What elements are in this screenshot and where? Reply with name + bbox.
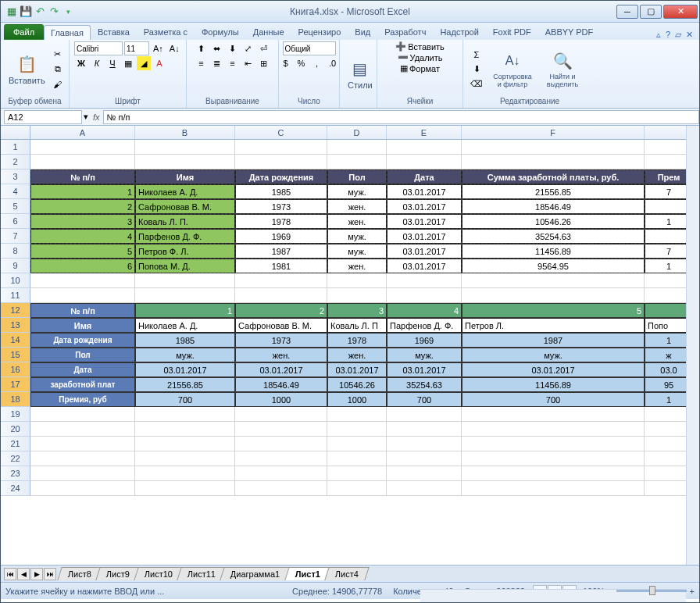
dec-inc-icon[interactable]: .0 bbox=[326, 56, 340, 70]
sheet-tab[interactable]: Лист1 bbox=[284, 567, 331, 580]
cell[interactable] bbox=[135, 466, 235, 481]
italic-button[interactable]: К bbox=[90, 56, 104, 70]
cell[interactable] bbox=[387, 437, 462, 451]
cell[interactable]: Дата bbox=[30, 362, 135, 377]
currency-icon[interactable]: $ bbox=[279, 56, 293, 70]
row-header[interactable]: 2 bbox=[1, 155, 30, 169]
cell[interactable] bbox=[462, 155, 645, 169]
cell[interactable] bbox=[462, 422, 645, 437]
cell[interactable]: 5 bbox=[30, 244, 135, 259]
maximize-button[interactable]: ▢ bbox=[640, 5, 662, 19]
cell[interactable] bbox=[135, 481, 235, 496]
cell[interactable] bbox=[327, 288, 387, 303]
font-name-box[interactable]: Calibri bbox=[74, 41, 123, 55]
cell[interactable] bbox=[235, 466, 327, 481]
row-header[interactable]: 7 bbox=[1, 229, 30, 244]
cell[interactable]: Пол bbox=[327, 169, 387, 184]
cell[interactable]: 6 bbox=[30, 259, 135, 273]
cell[interactable]: Сафроновав В. М. bbox=[135, 199, 235, 214]
row-header[interactable]: 23 bbox=[1, 466, 30, 481]
cell[interactable]: Имя bbox=[30, 318, 135, 333]
cell[interactable] bbox=[235, 422, 327, 437]
close-button[interactable]: ✕ bbox=[663, 5, 698, 19]
save-icon[interactable]: 💾 bbox=[20, 5, 32, 18]
column-header[interactable]: B bbox=[135, 126, 235, 139]
row-header[interactable]: 11 bbox=[1, 288, 30, 303]
cell[interactable]: Сафроновав В. М. bbox=[235, 318, 327, 333]
cell[interactable] bbox=[387, 155, 462, 169]
tab-foxit[interactable]: Foxit PDF bbox=[486, 24, 538, 40]
cell[interactable] bbox=[235, 407, 327, 422]
cell[interactable]: 1985 bbox=[235, 184, 327, 199]
cell[interactable]: жен. bbox=[327, 214, 387, 229]
cell[interactable]: муж. bbox=[327, 244, 387, 259]
cell[interactable] bbox=[235, 451, 327, 466]
fill-color-icon[interactable]: ◢ bbox=[137, 56, 151, 70]
cell[interactable]: жен. bbox=[235, 348, 327, 362]
minimize-ribbon-icon[interactable]: ▵ bbox=[656, 30, 661, 40]
cell[interactable]: 10546.26 bbox=[327, 377, 387, 392]
redo-icon[interactable]: ↷ bbox=[48, 5, 60, 18]
cell[interactable]: 3 bbox=[327, 303, 387, 318]
cell[interactable]: Пол bbox=[30, 348, 135, 362]
cell[interactable]: 1969 bbox=[387, 333, 462, 348]
cell[interactable] bbox=[327, 451, 387, 466]
font-color-icon[interactable]: A bbox=[152, 56, 166, 70]
cell[interactable]: 700 bbox=[387, 392, 462, 407]
window-close-icon[interactable]: ✕ bbox=[686, 30, 693, 40]
row-header[interactable]: 22 bbox=[1, 451, 30, 466]
row-header[interactable]: 9 bbox=[1, 259, 30, 273]
cell[interactable]: 1973 bbox=[235, 333, 327, 348]
cell[interactable]: Парфенов Д. Ф. bbox=[135, 229, 235, 244]
cell[interactable] bbox=[387, 273, 462, 288]
cell[interactable]: Премия, руб bbox=[30, 392, 135, 407]
fill-icon[interactable]: ⬇ bbox=[468, 62, 485, 77]
comma-icon[interactable]: , bbox=[310, 56, 324, 70]
cell[interactable]: 1969 bbox=[235, 229, 327, 244]
cell[interactable]: 2 bbox=[30, 199, 135, 214]
cell[interactable]: 03.01.2017 bbox=[387, 362, 462, 377]
cell[interactable] bbox=[462, 140, 645, 155]
cell[interactable]: 1 bbox=[135, 303, 235, 318]
cell[interactable]: 35254.63 bbox=[462, 229, 645, 244]
cell[interactable]: муж. bbox=[135, 348, 235, 362]
bold-button[interactable]: Ж bbox=[74, 56, 88, 70]
percent-icon[interactable]: % bbox=[295, 56, 309, 70]
cell[interactable]: 03.01.2017 bbox=[387, 214, 462, 229]
cell[interactable]: 10546.26 bbox=[462, 214, 645, 229]
cell[interactable] bbox=[387, 466, 462, 481]
cell[interactable] bbox=[327, 422, 387, 437]
cell[interactable]: 21556.85 bbox=[462, 184, 645, 199]
cell[interactable]: муж. bbox=[327, 184, 387, 199]
column-header[interactable]: D bbox=[327, 126, 387, 139]
grow-font-icon[interactable]: A↑ bbox=[151, 41, 166, 55]
format-painter-icon[interactable]: 🖌 bbox=[51, 77, 65, 91]
sheet-tab[interactable]: Лист11 bbox=[177, 567, 227, 580]
cell[interactable] bbox=[235, 481, 327, 496]
cell[interactable]: № п/п bbox=[30, 169, 135, 184]
row-header[interactable]: 21 bbox=[1, 437, 30, 451]
zoom-in-icon[interactable]: + bbox=[690, 587, 695, 596]
merge-icon[interactable]: ⊞ bbox=[257, 56, 271, 70]
help-icon[interactable]: ? bbox=[666, 30, 670, 40]
cell[interactable]: заработной плат bbox=[30, 377, 135, 392]
cell[interactable] bbox=[135, 437, 235, 451]
orientation-icon[interactable]: ⤢ bbox=[241, 41, 255, 55]
align-middle-icon[interactable]: ⬌ bbox=[210, 41, 224, 55]
vertical-scrollbar[interactable] bbox=[686, 126, 699, 565]
cell[interactable] bbox=[135, 407, 235, 422]
tab-addins[interactable]: Надстрой bbox=[433, 24, 485, 40]
cell[interactable]: жен. bbox=[327, 199, 387, 214]
row-header[interactable]: 16 bbox=[1, 362, 30, 377]
cell[interactable] bbox=[327, 140, 387, 155]
cut-icon[interactable]: ✂ bbox=[51, 48, 65, 62]
sheet-nav-last-icon[interactable]: ⏭ bbox=[44, 568, 56, 580]
cell[interactable]: 1973 bbox=[235, 199, 327, 214]
row-header[interactable]: 15 bbox=[1, 348, 30, 362]
cell[interactable] bbox=[235, 140, 327, 155]
cell[interactable]: 1987 bbox=[235, 244, 327, 259]
cell[interactable]: Коваль Л. П bbox=[327, 318, 387, 333]
cell[interactable] bbox=[30, 437, 135, 451]
cell[interactable] bbox=[30, 155, 135, 169]
cell[interactable]: Петров Ф. Л. bbox=[135, 244, 235, 259]
